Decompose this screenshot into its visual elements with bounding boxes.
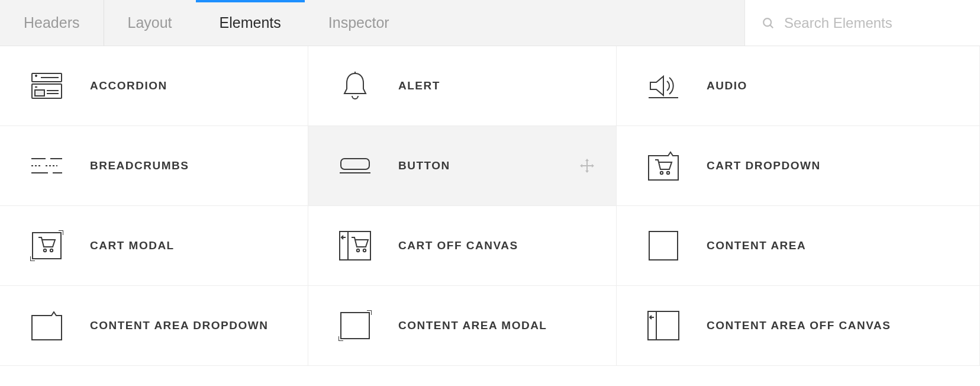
- speaker-icon: [643, 69, 684, 102]
- element-card-content-area-modal[interactable]: CONTENT AREA MODAL: [308, 286, 617, 366]
- content-area-modal-icon: [334, 309, 376, 342]
- svg-point-0: [763, 18, 771, 26]
- search-icon: [762, 17, 775, 30]
- content-area-off-canvas-icon: [643, 309, 684, 342]
- tab-label: Inspector: [328, 14, 389, 31]
- svg-point-25: [50, 249, 53, 252]
- breadcrumbs-icon: [26, 149, 67, 182]
- svg-rect-31: [341, 313, 369, 339]
- topbar: Headers Layout Elements Inspector: [0, 0, 980, 46]
- content-area-icon: [643, 229, 684, 262]
- svg-rect-23: [33, 233, 61, 259]
- tab-label: Layout: [128, 14, 172, 31]
- svg-point-29: [363, 249, 366, 252]
- element-card-breadcrumbs[interactable]: BREADCRUMBS: [0, 126, 308, 206]
- element-card-cart-modal[interactable]: CART MODAL: [0, 206, 308, 286]
- accordion-icon: [26, 69, 67, 102]
- element-label: AUDIO: [707, 79, 747, 92]
- element-label: CART DROPDOWN: [707, 159, 821, 172]
- tab-label: Headers: [24, 14, 80, 31]
- cart-dropdown-icon: [643, 149, 684, 182]
- bell-icon: [334, 69, 376, 102]
- element-label: BREADCRUMBS: [90, 159, 189, 172]
- tab-inspector[interactable]: Inspector: [305, 0, 413, 46]
- element-card-content-area-off-canvas[interactable]: CONTENT AREA OFF CANVAS: [617, 286, 980, 366]
- element-label: BUTTON: [398, 159, 450, 172]
- topbar-spacer: [413, 0, 744, 46]
- element-card-audio[interactable]: AUDIO: [617, 46, 980, 126]
- svg-point-22: [667, 172, 669, 174]
- svg-point-28: [357, 249, 359, 252]
- button-icon: [334, 149, 376, 182]
- tab-elements[interactable]: Elements: [196, 0, 305, 46]
- content-area-dropdown-icon: [26, 309, 67, 342]
- move-icon[interactable]: [579, 158, 595, 173]
- svg-line-1: [770, 25, 773, 28]
- element-card-accordion[interactable]: ACCORDION: [0, 46, 308, 126]
- svg-point-24: [44, 249, 46, 252]
- element-label: CONTENT AREA: [707, 239, 806, 252]
- tab-headers[interactable]: Headers: [0, 0, 104, 46]
- search-box[interactable]: [744, 0, 980, 46]
- tab-label: Elements: [220, 14, 281, 31]
- element-card-button[interactable]: BUTTON: [308, 126, 617, 206]
- svg-point-21: [660, 172, 663, 174]
- cart-modal-icon: [26, 229, 67, 262]
- svg-rect-8: [35, 90, 44, 96]
- element-card-alert[interactable]: ALERT: [308, 46, 617, 126]
- svg-rect-30: [649, 231, 678, 260]
- element-label: CART OFF CANVAS: [398, 239, 518, 252]
- search-input[interactable]: [784, 15, 963, 31]
- tab-layout[interactable]: Layout: [104, 0, 196, 46]
- element-label: CONTENT AREA OFF CANVAS: [707, 319, 891, 332]
- element-card-content-area[interactable]: CONTENT AREA: [617, 206, 980, 286]
- svg-rect-32: [648, 311, 679, 340]
- cart-off-canvas-icon: [334, 229, 376, 262]
- element-label: CONTENT AREA MODAL: [398, 319, 547, 332]
- elements-grid: ACCORDION ALERT AUDIO: [0, 46, 980, 366]
- element-card-content-area-dropdown[interactable]: CONTENT AREA DROPDOWN: [0, 286, 308, 366]
- element-label: ACCORDION: [90, 79, 167, 92]
- tab-group: Headers Layout Elements Inspector: [0, 0, 413, 46]
- svg-rect-19: [341, 159, 369, 169]
- element-card-cart-off-canvas[interactable]: CART OFF CANVAS: [308, 206, 617, 286]
- element-label: CONTENT AREA DROPDOWN: [90, 319, 268, 332]
- element-card-cart-dropdown[interactable]: CART DROPDOWN: [617, 126, 980, 206]
- element-label: ALERT: [398, 79, 440, 92]
- element-label: CART MODAL: [90, 239, 175, 252]
